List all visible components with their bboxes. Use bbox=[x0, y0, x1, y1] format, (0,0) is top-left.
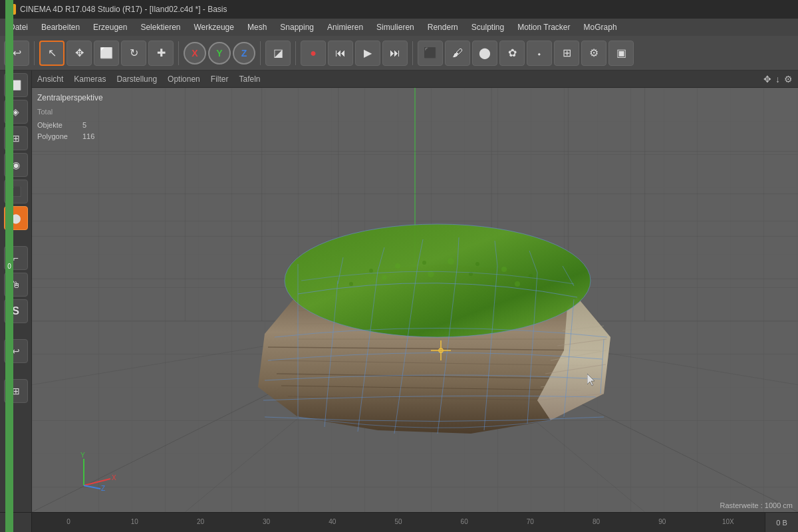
vp-menu-filter[interactable]: Filter bbox=[211, 74, 229, 84]
stats-polygons-label: Polygone bbox=[37, 131, 77, 143]
stats-objects-label: Objekte bbox=[37, 120, 77, 132]
vp-menu-ansicht[interactable]: Ansicht bbox=[37, 74, 63, 84]
svg-line-71 bbox=[84, 479, 110, 485]
sep3 bbox=[260, 41, 261, 65]
z-axis-button[interactable]: Z bbox=[233, 42, 255, 65]
scale-tool[interactable]: ⬜ bbox=[94, 41, 119, 66]
vp-menu-optionen[interactable]: Optionen bbox=[168, 74, 200, 84]
menu-snapping[interactable]: Snapping bbox=[273, 21, 321, 33]
viewport-sub-toolbar: Ansicht Kameras Darstellung Optionen Fil… bbox=[32, 70, 798, 88]
timeline-marker-30: 30 bbox=[263, 518, 270, 525]
record-button[interactable]: ● bbox=[301, 41, 326, 66]
timeline-end-frame: 0 B bbox=[776, 519, 787, 527]
timeline-end: 0 B bbox=[765, 513, 798, 532]
timeline-marker-50: 50 bbox=[394, 518, 402, 525]
menu-simulieren[interactable]: Simulieren bbox=[370, 21, 421, 33]
menu-bearbeiten[interactable]: Bearbeiten bbox=[35, 21, 86, 33]
svg-point-45 bbox=[382, 275, 387, 280]
coord-axes: X Y Z bbox=[77, 452, 117, 492]
svg-point-39 bbox=[395, 263, 400, 269]
svg-text:X: X bbox=[112, 474, 116, 481]
view-render[interactable]: ⚙ bbox=[581, 41, 606, 66]
timeline: 0 0 10 20 30 40 50 60 70 80 90 10X 0 B bbox=[0, 512, 798, 532]
vp-menu-darstellung[interactable]: Darstellung bbox=[116, 74, 157, 84]
next-key-button[interactable]: ⏭ bbox=[382, 41, 408, 66]
menu-erzeugen[interactable]: Erzeugen bbox=[86, 21, 134, 33]
view-nodes[interactable]: ✿ bbox=[499, 41, 525, 66]
prev-key-button[interactable]: ⏮ bbox=[328, 41, 353, 66]
window-title: CINEMA 4D R17.048 Studio (R17) - [Iland0… bbox=[20, 5, 227, 14]
timeline-marker-70: 70 bbox=[527, 518, 534, 525]
svg-point-42 bbox=[475, 262, 479, 266]
y-axis-button[interactable]: Y bbox=[208, 42, 231, 65]
sep2 bbox=[178, 41, 179, 65]
vp-down-icon[interactable]: ↓ bbox=[775, 74, 780, 84]
add-tool[interactable]: ✚ bbox=[148, 41, 174, 66]
timeline-bar[interactable]: 0 10 20 30 40 50 60 70 80 90 10X bbox=[32, 513, 765, 532]
view-paint[interactable]: 🖌 bbox=[445, 41, 470, 66]
menu-mograph[interactable]: MoGraph bbox=[577, 21, 624, 33]
viewport[interactable]: Ansicht Kameras Darstellung Optionen Fil… bbox=[32, 70, 798, 512]
stats-overlay: Total Objekte 5 Polygone 116 bbox=[37, 106, 94, 143]
play-button[interactable]: ▶ bbox=[355, 41, 380, 66]
sep1 bbox=[34, 41, 35, 65]
stats-polygons-value: 116 bbox=[82, 131, 94, 143]
toolbar: ↩ ↖ ✥ ⬜ ↻ ✚ X Y Z ◪ ● ⏮ ▶ ⏭ ⬛ 🖌 ⬤ ✿ ⬩ ⊞ … bbox=[0, 36, 798, 70]
view-sphere[interactable]: ⬤ bbox=[472, 41, 497, 66]
timeline-marker-20: 20 bbox=[197, 518, 204, 525]
vp-menu-kameras[interactable]: Kameras bbox=[74, 74, 106, 84]
timeline-marker-10: 10 bbox=[131, 518, 138, 525]
raster-label: Rasterweite : 1000 cm bbox=[720, 501, 793, 509]
timeline-marker-40: 40 bbox=[329, 518, 336, 525]
vp-menu-tafeln[interactable]: Tafeln bbox=[239, 74, 260, 84]
timeline-marker-0: 0 bbox=[66, 518, 70, 525]
svg-point-41 bbox=[448, 258, 454, 265]
timeline-playhead[interactable]: 0 bbox=[5, 512, 13, 532]
vp-move-icon[interactable]: ✥ bbox=[763, 74, 771, 84]
timeline-start: 0 bbox=[0, 513, 32, 532]
menu-sculpting[interactable]: Sculpting bbox=[465, 21, 511, 33]
svg-text:Z: Z bbox=[101, 485, 105, 492]
menu-animieren[interactable]: Animieren bbox=[321, 21, 370, 33]
menu-mesh[interactable]: Mesh bbox=[241, 21, 273, 33]
svg-point-38 bbox=[369, 269, 373, 273]
menu-selektieren[interactable]: Selektieren bbox=[134, 21, 187, 33]
view-grid[interactable]: ⊞ bbox=[554, 41, 579, 66]
menu-rendern[interactable]: Rendern bbox=[421, 21, 465, 33]
svg-point-49 bbox=[515, 281, 520, 287]
view-last[interactable]: ▣ bbox=[608, 41, 634, 66]
rotate-tool[interactable]: ↻ bbox=[121, 41, 146, 66]
svg-point-48 bbox=[349, 282, 353, 286]
island-svg bbox=[165, 141, 644, 473]
menu-bar: Datei Bearbeiten Erzeugen Selektieren We… bbox=[0, 19, 798, 36]
stats-polygons-line: Polygone 116 bbox=[37, 131, 94, 143]
move-tool[interactable]: ✥ bbox=[66, 41, 92, 66]
title-bar: C CINEMA 4D R17.048 Studio (R17) - [Ilan… bbox=[0, 0, 798, 19]
svg-point-37 bbox=[285, 224, 591, 337]
timeline-marker-60: 60 bbox=[461, 518, 468, 525]
svg-text:Y: Y bbox=[80, 452, 85, 459]
viewport-icons-right: ✥ ↓ ⚙ bbox=[763, 74, 793, 84]
stats-objects-line: Objekte 5 bbox=[37, 120, 94, 132]
sep4 bbox=[295, 41, 296, 65]
stats-total-label: Total bbox=[37, 106, 94, 118]
viewport-canvas[interactable]: Zentralperspektive Total Objekte 5 Polyg… bbox=[32, 88, 798, 512]
menu-werkzeuge[interactable]: Werkzeuge bbox=[187, 21, 240, 33]
view-cube[interactable]: ⬛ bbox=[418, 41, 443, 66]
stats-objects-value: 5 bbox=[82, 120, 86, 132]
timeline-marker-80: 80 bbox=[593, 518, 600, 525]
object-toggle[interactable]: ◪ bbox=[265, 41, 291, 66]
select-tool[interactable]: ↖ bbox=[39, 41, 65, 66]
island bbox=[165, 141, 644, 473]
menu-motion-tracker[interactable]: Motion Tracker bbox=[511, 21, 577, 33]
svg-point-43 bbox=[501, 267, 507, 272]
view-drop[interactable]: ⬩ bbox=[527, 41, 552, 66]
svg-point-40 bbox=[422, 261, 426, 265]
x-axis-button[interactable]: X bbox=[184, 42, 206, 65]
perspective-label: Zentralperspektive bbox=[37, 93, 103, 102]
vp-settings-icon[interactable]: ⚙ bbox=[784, 74, 793, 84]
timeline-marker-100: 10X bbox=[722, 518, 734, 525]
sep5 bbox=[412, 41, 413, 65]
svg-line-75 bbox=[84, 485, 100, 489]
main-area: ⬜ ◈ ⊞ ◉ ⬛ ⬤ ⌐ 🖱 S ↩ ⊞ Ansicht Kameras Da… bbox=[0, 70, 798, 512]
